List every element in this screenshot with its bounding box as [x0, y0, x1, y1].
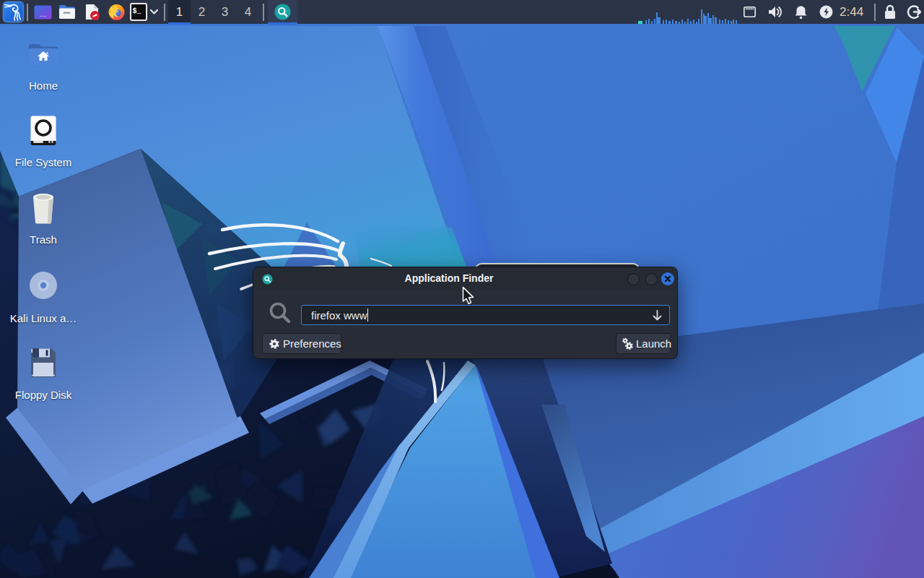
svg-text:$_: $_: [133, 7, 142, 15]
svg-text:···: ···: [40, 12, 46, 20]
